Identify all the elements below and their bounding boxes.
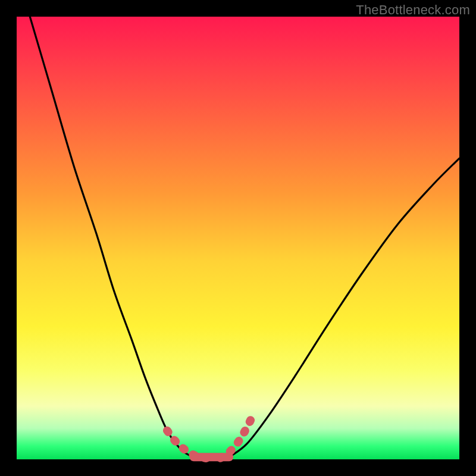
- watermark-text: TheBottleneck.com: [356, 2, 470, 18]
- series-left-curve: [30, 17, 193, 457]
- chart-frame: TheBottleneck.com: [0, 0, 476, 476]
- chart-svg: [17, 17, 459, 459]
- chart-plot-area: [17, 17, 459, 459]
- series-right-curve: [229, 158, 459, 457]
